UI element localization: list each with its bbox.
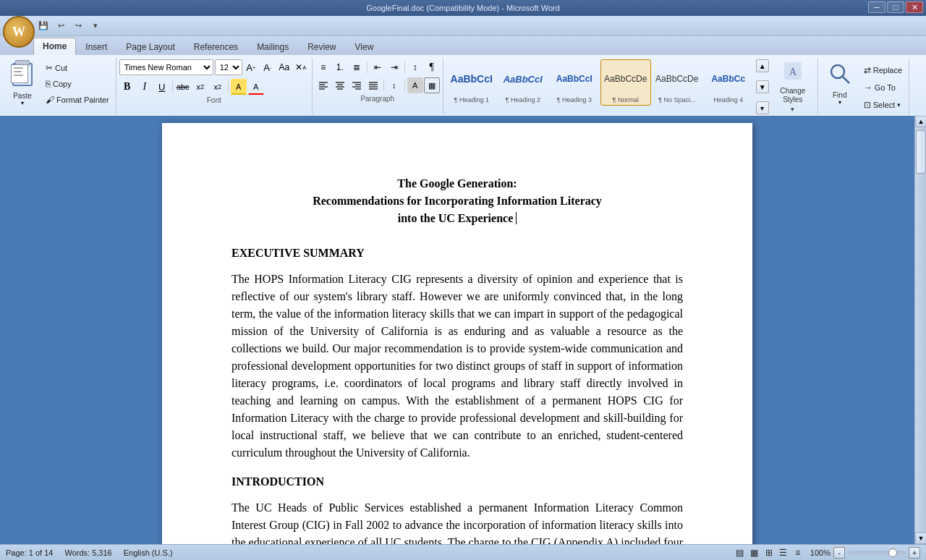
change-case-button[interactable]: Aa [276,59,292,75]
bullets-button[interactable]: ≡ [315,59,331,75]
subscript-button[interactable]: x2 [192,79,208,95]
format-painter-icon: 🖌 [46,95,54,105]
view-draft-button[interactable]: ≡ [791,546,804,559]
line-spacing-button[interactable]: ↕ [386,77,402,93]
close-icon: ✕ [912,3,918,12]
document-area: The Google Generation: Recommendations f… [0,116,914,544]
status-bar: Page: 1 of 14 Words: 5,316 English (U.S.… [0,544,926,560]
introduction-heading: INTRODUCTION [232,473,683,491]
tab-insert[interactable]: Insert [76,38,116,55]
superscript-button[interactable]: x2 [210,79,226,95]
heading3-label: ¶ Heading 3 [557,96,592,103]
copy-button[interactable]: ⎘ Copy [42,77,113,91]
align-right-button[interactable] [349,77,365,93]
save-quick-button[interactable]: 💾 [36,20,51,33]
decrease-indent-button[interactable]: ⇤ [370,59,386,75]
view-outline-button[interactable]: ☰ [777,546,790,559]
no-spacing-style-button[interactable]: AaBbCcDe ¶ No Spaci... [652,59,702,106]
select-button[interactable]: ⊡ Select ▾ [860,97,906,113]
minimize-icon: ─ [874,3,880,12]
minimize-button[interactable]: ─ [868,1,885,13]
office-button[interactable]: W [3,16,35,48]
tab-references[interactable]: References [184,38,247,55]
no-spacing-label: ¶ No Spaci... [658,96,695,103]
document-page[interactable]: The Google Generation: Recommendations f… [162,123,752,544]
vertical-scrollbar[interactable]: ▲ ▼ [914,116,926,544]
numbering-button[interactable]: 1. [332,59,348,75]
executive-summary-heading: EXECUTIVE SUMMARY [232,245,683,262]
change-styles-label: ChangeStyles [780,87,805,104]
more-quick-button[interactable]: ▾ [88,20,103,33]
grow-font-button[interactable]: A+ [243,59,259,75]
justify-button[interactable] [365,77,381,93]
maximize-icon: □ [893,3,899,12]
scroll-thumb[interactable] [916,130,926,174]
zoom-in-button[interactable]: + [909,547,920,559]
underline-button[interactable]: U [154,79,170,95]
introduction-body: The UC Heads of Public Services establis… [232,499,683,544]
bold-button[interactable]: B [119,79,135,95]
scroll-down-arrow[interactable]: ▼ [915,533,926,544]
cut-label: Cut [55,64,67,72]
page-info: Page: 1 of 14 [6,548,53,557]
go-to-label: Go To [875,83,896,92]
strikethrough-button[interactable]: abc [175,79,191,95]
heading2-style-button[interactable]: AaBbCcI ¶ Heading 2 [498,59,548,106]
view-web-button[interactable]: ⊞ [763,546,776,559]
styles-scroll-up[interactable]: ▲ [756,59,769,72]
highlight-button[interactable]: A [231,79,247,95]
scroll-up-arrow[interactable]: ▲ [915,116,926,127]
cut-button[interactable]: ✂ Cut [42,61,113,75]
normal-style-button[interactable]: AaBbCcDe ¶ Normal [600,59,651,106]
paste-button[interactable]: Paste ▾ [4,59,41,107]
zoom-thumb[interactable] [888,548,897,557]
show-marks-button[interactable]: ¶ [424,59,440,75]
heading3-style-button[interactable]: AaBbCcI ¶ Heading 3 [549,59,600,106]
heading1-style-button[interactable]: AaBbCcI ¶ Heading 1 [446,59,497,106]
go-to-button[interactable]: → Go To [860,80,906,96]
change-styles-button[interactable]: A ChangeStyles ▾ [771,59,815,114]
tab-view[interactable]: View [346,38,383,55]
copy-icon: ⎘ [46,79,51,89]
borders-button[interactable]: ▦ [424,77,440,93]
view-layout-button[interactable]: ▦ [748,546,761,559]
close-button[interactable]: ✕ [906,1,923,13]
find-button[interactable]: Find ▾ [821,59,859,107]
heading4-style-button[interactable]: AaBbCc Heading 4 [703,59,754,106]
cut-icon: ✂ [46,63,53,73]
replace-button[interactable]: ⇄ Replace [860,62,906,78]
find-label: Find [833,91,846,99]
italic-button[interactable]: I [137,79,153,95]
redo-quick-button[interactable]: ↪ [71,20,85,33]
view-normal-button[interactable]: ▤ [734,546,747,559]
heading4-label: Heading 4 [713,96,743,103]
select-label: Select [873,101,896,109]
change-styles-icon: A [783,61,803,85]
svg-text:A: A [789,67,797,77]
paragraph-label: Paragraph [315,93,440,104]
multilevel-list-button[interactable]: ≣ [349,59,365,75]
tab-review[interactable]: Review [298,38,345,55]
tab-home[interactable]: Home [33,38,76,55]
sort-button[interactable]: ↕ [407,59,423,75]
heading2-label: ¶ Heading 2 [506,96,540,103]
styles-scroll-more[interactable]: ▾ [756,101,769,114]
shading-button[interactable]: A [407,77,423,93]
shrink-font-button[interactable]: A- [260,59,276,75]
clear-format-button[interactable]: ✕A [293,59,309,75]
find-icon [828,61,852,91]
maximize-button[interactable]: □ [887,1,904,13]
format-painter-button[interactable]: 🖌 Format Painter [42,93,113,107]
font-size-select[interactable]: 12 [215,59,242,75]
increase-indent-button[interactable]: ⇥ [386,59,402,75]
align-left-button[interactable] [315,77,331,93]
tab-mailings[interactable]: Mailings [247,38,298,55]
font-name-select[interactable]: Times New Roman [119,59,213,75]
font-color-button[interactable]: A [248,79,264,95]
align-center-button[interactable] [332,77,348,93]
zoom-out-button[interactable]: - [833,547,845,559]
tab-page-layout[interactable]: Page Layout [116,38,184,55]
zoom-slider[interactable] [848,551,906,555]
undo-quick-button[interactable]: ↩ [54,20,68,33]
styles-scroll-down[interactable]: ▼ [756,80,769,93]
